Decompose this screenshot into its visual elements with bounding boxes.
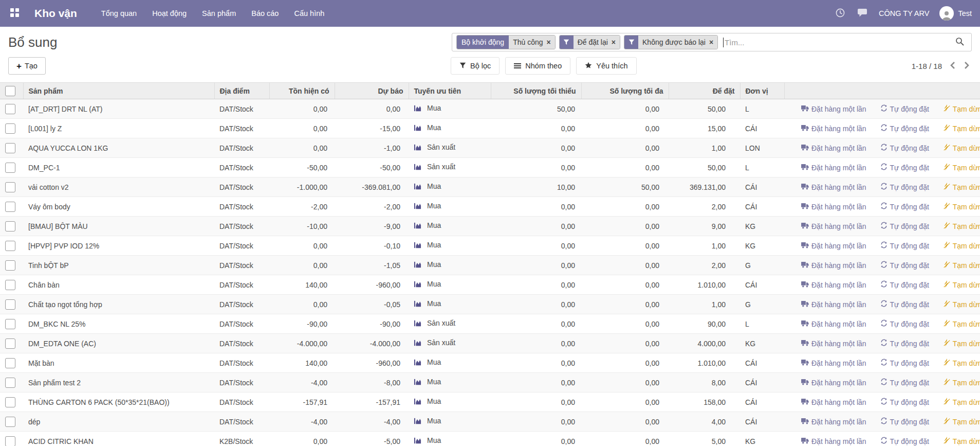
row-checkbox[interactable] [5, 202, 15, 212]
menu-reporting[interactable]: Báo cáo [245, 6, 285, 21]
row-checkbox[interactable] [5, 319, 15, 329]
forecast-chart-icon[interactable] [414, 319, 421, 327]
automate-order-button[interactable]: Tự động đặt [880, 222, 929, 230]
forecast-chart-icon[interactable] [414, 359, 421, 366]
menu-products[interactable]: Sản phẩm [195, 6, 243, 21]
forecast-chart-icon[interactable] [414, 417, 421, 425]
table-row[interactable]: Chân bàn DAT/Stock 140,00 -960,00 Mua 0,… [0, 275, 980, 295]
table-row[interactable]: [HPVP] PVP IOD 12% DAT/Stock 0,00 -0,10 … [0, 236, 980, 256]
forecast-chart-icon[interactable] [414, 378, 421, 386]
table-row[interactable]: Sản phẩm test 2 DAT/Stock -4,00 -8,00 Mu… [0, 373, 980, 393]
order-once-button[interactable]: Đặt hàng một lần [801, 300, 866, 309]
order-once-button[interactable]: Đặt hàng một lần [801, 418, 866, 426]
forecast-chart-icon[interactable] [414, 241, 421, 249]
header-on-hand[interactable]: Tồn hiện có [269, 83, 335, 99]
table-row[interactable]: DM_PC-1 DAT/Stock -50,00 -50,00 Sản xuất… [0, 158, 980, 177]
snooze-button[interactable]: Tạm dừng [943, 202, 980, 211]
header-to-order[interactable]: Để đặt [669, 83, 740, 99]
row-checkbox[interactable] [5, 417, 15, 427]
order-once-button[interactable]: Đặt hàng một lần [801, 124, 866, 133]
header-product[interactable]: Sản phẩm [23, 83, 214, 99]
table-row[interactable]: [BMAU] BỘT MÀU DAT/Stock -10,00 -9,00 Mu… [0, 217, 980, 236]
user-menu[interactable]: Test [939, 6, 972, 21]
select-all-checkbox[interactable] [5, 86, 15, 96]
table-row[interactable]: ACID CITRIC KHAN K2B/Stock 0,00 -5,00 Mu… [0, 432, 980, 446]
order-once-button[interactable]: Đặt hàng một lần [801, 281, 866, 289]
snooze-button[interactable]: Tạm dừng [943, 104, 980, 113]
row-checkbox[interactable] [5, 397, 15, 407]
snooze-button[interactable]: Tạm dừng [943, 319, 980, 328]
search-submit-button[interactable] [952, 37, 967, 48]
table-row[interactable]: dép DAT/Stock -4,00 -4,00 Mua 0,00 0,00 … [0, 412, 980, 432]
automate-order-button[interactable]: Tự động đặt [880, 319, 929, 328]
automate-order-button[interactable]: Tự động đặt [880, 241, 929, 250]
row-checkbox[interactable] [5, 358, 15, 368]
order-once-button[interactable]: Đặt hàng một lần [801, 320, 866, 328]
row-checkbox[interactable] [5, 163, 15, 173]
row-checkbox[interactable] [5, 221, 15, 231]
snooze-button[interactable]: Tạm dừng [943, 222, 980, 230]
create-button[interactable]: + Tạo [8, 57, 46, 75]
snooze-button[interactable]: Tạm dừng [943, 398, 980, 406]
order-once-button[interactable]: Đặt hàng một lần [801, 379, 866, 387]
row-checkbox[interactable] [5, 280, 15, 290]
automate-order-button[interactable]: Tự động đặt [880, 300, 929, 309]
snooze-button[interactable]: Tạm dừng [943, 261, 980, 270]
favorites-button[interactable]: Yêu thích [576, 57, 636, 75]
order-once-button[interactable]: Đặt hàng một lần [801, 183, 866, 191]
row-checkbox[interactable] [5, 182, 15, 192]
header-route[interactable]: Tuyến ưu tiên [409, 83, 491, 99]
apps-menu-button[interactable] [8, 6, 21, 21]
table-row[interactable]: Váy ôm body DAT/Stock -2,00 -2,00 Mua 0,… [0, 197, 980, 217]
table-row[interactable]: Mặt bàn DAT/Stock 140,00 -960,00 Mua 0,0… [0, 353, 980, 373]
messages-button[interactable] [856, 7, 868, 20]
table-row[interactable]: [AT_DRT] DRT NL (AT) DAT/Stock 0,00 0,00… [0, 99, 980, 119]
automate-order-button[interactable]: Tự động đặt [880, 124, 929, 133]
table-row[interactable]: [L001] ly Z DAT/Stock 0,00 -15,00 Mua 0,… [0, 119, 980, 138]
forecast-chart-icon[interactable] [414, 144, 421, 151]
row-checkbox[interactable] [5, 260, 15, 271]
snooze-button[interactable]: Tạm dừng [943, 124, 980, 133]
automate-order-button[interactable]: Tự động đặt [880, 104, 929, 113]
snooze-button[interactable]: Tạm dừng [943, 359, 980, 367]
table-row[interactable]: AQUA YUCCA LON 1KG DAT/Stock 0,00 -1,00 … [0, 138, 980, 158]
snooze-button[interactable]: Tạm dừng [943, 183, 980, 191]
filters-button[interactable]: Bộ lọc [451, 57, 500, 75]
header-max-qty[interactable]: Số lượng tối đa [581, 83, 669, 99]
automate-order-button[interactable]: Tự động đặt [880, 359, 929, 367]
order-once-button[interactable]: Đặt hàng một lần [801, 437, 866, 445]
order-once-button[interactable]: Đặt hàng một lần [801, 203, 866, 211]
table-row[interactable]: vải cotton v2 DAT/Stock -1.000,00 -369.0… [0, 177, 980, 197]
forecast-chart-icon[interactable] [414, 163, 421, 171]
group-by-button[interactable]: Nhóm theo [505, 57, 570, 75]
forecast-chart-icon[interactable] [414, 280, 421, 288]
order-once-button[interactable]: Đặt hàng một lần [801, 144, 866, 152]
header-forecast[interactable]: Dự báo [335, 83, 409, 99]
search-box[interactable]: Bộ khởi động Thủ công × Để đặt lại × [452, 33, 972, 51]
row-checkbox[interactable] [5, 123, 15, 134]
app-brand[interactable]: Kho vận [34, 7, 77, 20]
table-row[interactable]: DM_EDTA ONE (AC) DAT/Stock -4.000,00 -4.… [0, 334, 980, 353]
automate-order-button[interactable]: Tự động đặt [880, 339, 929, 348]
snooze-button[interactable]: Tạm dừng [943, 300, 980, 309]
automate-order-button[interactable]: Tự động đặt [880, 378, 929, 387]
forecast-chart-icon[interactable] [414, 398, 421, 405]
company-switcher[interactable]: CÔNG TY ARV [879, 9, 929, 17]
facet-remove-button[interactable]: × [547, 39, 551, 46]
automate-order-button[interactable]: Tự động đặt [880, 183, 929, 191]
activities-button[interactable] [835, 7, 846, 20]
row-checkbox[interactable] [5, 378, 15, 388]
automate-order-button[interactable]: Tự động đặt [880, 417, 929, 426]
forecast-chart-icon[interactable] [414, 104, 421, 112]
automate-order-button[interactable]: Tự động đặt [880, 202, 929, 211]
header-uom[interactable]: Đơn vị [740, 83, 784, 99]
row-checkbox[interactable] [5, 299, 15, 310]
menu-overview[interactable]: Tổng quan [95, 6, 143, 21]
order-once-button[interactable]: Đặt hàng một lần [801, 105, 866, 113]
forecast-chart-icon[interactable] [414, 202, 421, 210]
snooze-button[interactable]: Tạm dừng [943, 417, 980, 426]
table-row[interactable]: THÙNG CARTON 6 PACK (50*35*21(BAO)) DAT/… [0, 393, 980, 412]
snooze-button[interactable]: Tạm dừng [943, 280, 980, 289]
facet-remove-button[interactable]: × [709, 39, 713, 46]
order-once-button[interactable]: Đặt hàng một lần [801, 164, 866, 172]
